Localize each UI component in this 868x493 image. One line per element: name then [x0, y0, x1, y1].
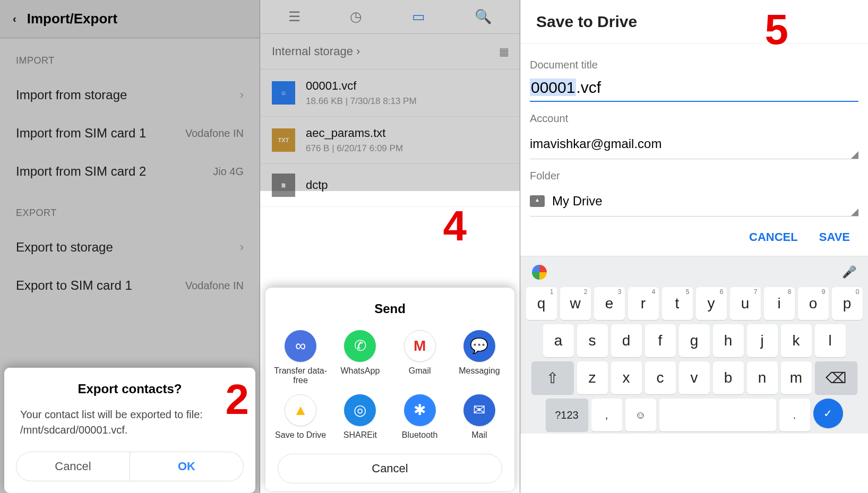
- key-n[interactable]: n: [747, 361, 778, 394]
- key-v[interactable]: v: [679, 361, 710, 394]
- shareit-icon: ◎: [344, 394, 376, 426]
- breadcrumb-label: Internal storage ›: [272, 45, 360, 58]
- gmail-icon: M: [404, 330, 436, 362]
- key-o[interactable]: o9: [798, 287, 829, 320]
- file-name: dctp: [306, 178, 328, 192]
- drive-folder-icon: [530, 195, 545, 207]
- share-label: Bluetooth: [402, 430, 438, 440]
- key-l[interactable]: l: [815, 324, 846, 357]
- key-m[interactable]: m: [781, 361, 812, 394]
- key-j[interactable]: j: [747, 324, 778, 357]
- cancel-button[interactable]: CANCEL: [749, 230, 798, 244]
- google-icon[interactable]: [532, 265, 547, 280]
- mail-icon: ✉: [463, 394, 495, 426]
- key-h[interactable]: h: [713, 324, 744, 357]
- share-label: Messaging: [459, 366, 500, 376]
- share-shareit[interactable]: ◎SHAREit: [333, 394, 386, 440]
- share-row-2: ▲Save to Drive ◎SHAREit ✱Bluetooth ✉Mail: [265, 390, 514, 444]
- key-i[interactable]: i8: [764, 287, 795, 320]
- key-w[interactable]: w2: [560, 287, 591, 320]
- key-f[interactable]: f: [645, 324, 676, 357]
- share-transfer[interactable]: ∞Transfer data-free: [274, 330, 327, 386]
- dialog-title: Export contacts?: [16, 382, 244, 396]
- key-d[interactable]: d: [611, 324, 642, 357]
- step-number: 4: [443, 202, 467, 250]
- actions-bar: CANCEL SAVE: [520, 217, 868, 256]
- breadcrumb[interactable]: Internal storage › ▦: [260, 34, 520, 70]
- key-z[interactable]: z: [577, 361, 608, 394]
- share-drive[interactable]: ▲Save to Drive: [274, 394, 327, 440]
- title-selected: 00001: [530, 79, 576, 96]
- search-icon[interactable]: 🔍: [475, 8, 492, 25]
- key-r[interactable]: r4: [628, 287, 659, 320]
- mic-icon[interactable]: 🎤: [842, 265, 856, 279]
- account-label: Account: [530, 102, 858, 130]
- share-label: Save to Drive: [275, 430, 326, 440]
- share-gmail[interactable]: MGmail: [393, 330, 446, 386]
- messaging-icon: 💬: [463, 330, 495, 362]
- key-e[interactable]: e3: [594, 287, 625, 320]
- whatsapp-icon: ✆: [344, 330, 376, 362]
- title-label: Document title: [530, 48, 858, 76]
- key-k[interactable]: k: [781, 324, 812, 357]
- key-c[interactable]: c: [645, 361, 676, 394]
- key-row-2: asdfghjkl: [520, 322, 868, 359]
- folder-icon[interactable]: ▭: [412, 8, 425, 25]
- menu-icon[interactable]: ☰: [288, 8, 300, 25]
- key-t[interactable]: t5: [662, 287, 693, 320]
- file-item-txt[interactable]: TXT aec_params.txt 676 B | 6/20/17 6:09 …: [260, 117, 520, 164]
- space-key[interactable]: [659, 399, 776, 431]
- key-g[interactable]: g: [679, 324, 710, 357]
- key-b[interactable]: b: [713, 361, 744, 394]
- key-a[interactable]: a: [543, 324, 574, 357]
- share-messaging[interactable]: 💬Messaging: [453, 330, 506, 386]
- emoji-key[interactable]: ☺: [625, 399, 656, 431]
- export-dialog: Export contacts? Your contact list will …: [4, 368, 255, 493]
- folder-selector[interactable]: My Drive: [530, 187, 858, 217]
- key-row-1: q1w2e3r4t5y6u7i8o9p0: [520, 285, 868, 322]
- ok-button[interactable]: OK: [130, 452, 244, 481]
- cancel-button[interactable]: Cancel: [278, 454, 502, 483]
- file-meta: 676 B | 6/20/17 6:09 PM: [306, 143, 403, 154]
- account-selector[interactable]: imavishkar@gmail.com: [530, 130, 858, 159]
- key-p[interactable]: p0: [832, 287, 863, 320]
- share-mail[interactable]: ✉Mail: [453, 394, 506, 440]
- page-title: Save to Drive: [520, 0, 868, 44]
- bluetooth-icon: ✱: [404, 394, 436, 426]
- grid-view-icon[interactable]: ▦: [499, 45, 508, 58]
- backspace-key[interactable]: ⌫: [815, 361, 857, 394]
- key-q[interactable]: q1: [526, 287, 557, 320]
- account-value: imavishkar@gmail.com: [530, 136, 661, 151]
- key-x[interactable]: x: [611, 361, 642, 394]
- drive-icon: ▲: [285, 394, 316, 426]
- share-label: Mail: [471, 430, 487, 440]
- enter-key[interactable]: ✓: [813, 399, 843, 428]
- key-y[interactable]: y6: [696, 287, 727, 320]
- recent-icon[interactable]: ◷: [350, 8, 362, 25]
- cancel-button[interactable]: Cancel: [16, 452, 130, 481]
- share-label: WhatsApp: [340, 366, 380, 376]
- file-item-vcf[interactable]: ☺ 00001.vcf 18.66 KB | 7/30/18 8:13 PM: [260, 70, 520, 117]
- period-key[interactable]: .: [779, 399, 810, 431]
- key-u[interactable]: u7: [730, 287, 761, 320]
- title-rest: .vcf: [576, 79, 601, 96]
- shift-key[interactable]: ⇧: [531, 361, 574, 394]
- file-item-generic[interactable]: 🗎 dctp: [260, 164, 520, 207]
- symbols-key[interactable]: ?123: [546, 399, 588, 431]
- key-s[interactable]: s: [577, 324, 608, 357]
- share-whatsapp[interactable]: ✆WhatsApp: [333, 330, 386, 386]
- key-row-4: ?123 , ☺ . ✓: [520, 396, 868, 434]
- txt-icon: TXT: [272, 128, 295, 152]
- share-label: Transfer data-free: [274, 366, 327, 386]
- comma-key[interactable]: ,: [591, 399, 622, 431]
- key-row-3: ⇧ zxcvbnm ⌫: [520, 359, 868, 396]
- save-button[interactable]: SAVE: [819, 230, 850, 244]
- tab-bar: ☰ ◷ ▭ 🔍: [260, 0, 520, 34]
- share-sheet: Send ∞Transfer data-free ✆WhatsApp MGmai…: [265, 288, 514, 491]
- document-title-input[interactable]: 00001.vcf: [530, 76, 858, 102]
- file-name: 00001.vcf: [306, 79, 417, 93]
- file-name: aec_params.txt: [306, 126, 403, 140]
- transfer-icon: ∞: [285, 330, 316, 362]
- share-bluetooth[interactable]: ✱Bluetooth: [393, 394, 446, 440]
- step-number: 5: [765, 5, 789, 54]
